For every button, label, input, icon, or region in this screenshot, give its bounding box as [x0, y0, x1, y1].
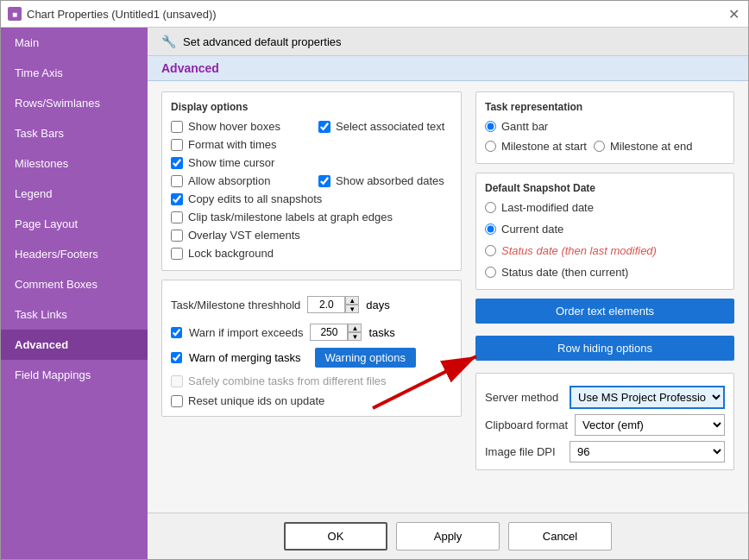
show-hover-boxes-checkbox[interactable]	[171, 121, 183, 133]
apply-button[interactable]: Apply	[396, 522, 500, 551]
current-date-radio[interactable]	[485, 223, 496, 235]
sidebar-item-field-mappings[interactable]: Field Mappings	[1, 360, 148, 390]
warn-import-arrows: ▲ ▼	[348, 324, 362, 341]
main-window: ■ Chart Properties (Untitled1 (unsaved))…	[0, 0, 749, 560]
sidebar-item-headers[interactable]: Headers/Footers	[1, 239, 148, 269]
overlay-vst-row: Overlay VST elements	[171, 227, 452, 243]
status-last-radio[interactable]	[485, 245, 496, 256]
close-button[interactable]: ✕	[726, 6, 741, 22]
ok-button[interactable]: OK	[284, 522, 387, 551]
server-section: Server method Use MS Project Professiona…	[475, 373, 734, 470]
copy-edits-label: Copy edits to all snapshots	[188, 192, 322, 205]
cancel-button[interactable]: Cancel	[508, 522, 612, 551]
warn-import-label: Warn if import exceeds	[189, 326, 303, 339]
dpi-row: Image file DPI 96 72 150 300	[485, 441, 725, 462]
clip-labels-checkbox[interactable]	[171, 211, 183, 223]
server-method-select[interactable]: Use MS Project Professional Other	[570, 386, 725, 409]
lock-background-checkbox[interactable]	[171, 248, 183, 260]
display-options-title: Display options	[171, 101, 452, 113]
section-title: Advanced	[161, 61, 219, 75]
threshold-input[interactable]	[307, 296, 345, 313]
content-area: Main Time Axis Rows/Swimlanes Task Bars …	[1, 28, 748, 559]
clip-labels-label: Clip task/milestone labels at graph edge…	[188, 211, 393, 223]
allow-absorption-row: Allow absorption	[171, 173, 305, 189]
sidebar-item-advanced[interactable]: Advanced	[1, 330, 148, 360]
gantt-bar-row: Gantt bar	[485, 118, 725, 135]
warning-options-button[interactable]: Warning options	[315, 348, 416, 368]
wrench-icon: 🔧	[161, 35, 176, 48]
row-hiding-button[interactable]: Row hiding options	[475, 336, 734, 361]
sidebar: Main Time Axis Rows/Swimlanes Task Bars …	[1, 28, 148, 559]
milestone-start-radio[interactable]	[485, 141, 496, 152]
show-time-cursor-label: Show time cursor	[188, 156, 274, 169]
threshold-section: Task/Milestone threshhold ▲ ▼ days	[161, 280, 462, 417]
show-absorbed-checkbox[interactable]	[318, 175, 330, 187]
show-time-cursor-checkbox[interactable]	[171, 157, 183, 169]
format-times-row: Format with times	[171, 136, 305, 153]
clipboard-label: Clipboard format	[485, 418, 568, 431]
sidebar-item-rows[interactable]: Rows/Swimlanes	[1, 88, 148, 118]
sidebar-item-page-layout[interactable]: Page Layout	[1, 209, 148, 239]
warn-import-down[interactable]: ▼	[348, 332, 362, 341]
sidebar-item-task-bars[interactable]: Task Bars	[1, 118, 148, 148]
last-modified-row: Last-modified date	[485, 199, 725, 216]
threshold-down-arrow[interactable]: ▼	[345, 305, 359, 313]
sidebar-item-task-links[interactable]: Task Links	[1, 299, 148, 330]
snapshot-title: Default Snapshot Date	[485, 182, 725, 194]
warn-import-checkbox[interactable]	[171, 327, 182, 338]
milestone-end-radio[interactable]	[594, 141, 605, 152]
overlay-vst-checkbox[interactable]	[171, 230, 183, 242]
warn-merge-label: Warn of merging tasks	[189, 351, 301, 364]
display-options-grid: Show hover boxes Select associated text …	[171, 118, 452, 261]
allow-absorption-checkbox[interactable]	[171, 175, 183, 187]
threshold-spinner: ▲ ▼	[307, 296, 359, 313]
reset-unique-row: Reset unique ids on update	[171, 393, 452, 409]
clip-labels-row: Clip task/milestone labels at graph edge…	[171, 209, 452, 225]
warn-merge-checkbox[interactable]	[171, 352, 182, 363]
warn-import-row: Warn if import exceeds ▲ ▼ tasks	[171, 322, 452, 343]
dpi-select[interactable]: 96 72 150 300	[570, 441, 725, 462]
threshold-unit: days	[366, 299, 389, 311]
select-associated-row: Select associated text	[318, 118, 452, 135]
task-rep-section: Task representation Gantt bar Milestone …	[475, 91, 734, 164]
window-title: Chart Properties (Untitled1 (unsaved))	[27, 8, 217, 21]
threshold-row: Task/Milestone threshhold ▲ ▼ days	[171, 294, 452, 315]
select-associated-checkbox[interactable]	[318, 121, 330, 133]
copy-edits-checkbox[interactable]	[171, 193, 183, 205]
clipboard-select[interactable]: Vector (emf) Bitmap	[575, 414, 725, 436]
format-times-label: Format with times	[188, 138, 277, 151]
warn-import-up[interactable]: ▲	[348, 324, 362, 332]
gantt-bar-radio[interactable]	[485, 121, 496, 132]
right-panel: Task representation Gantt bar Milestone …	[475, 91, 734, 502]
threshold-up-arrow[interactable]: ▲	[345, 296, 359, 305]
sidebar-item-legend[interactable]: Legend	[1, 179, 148, 209]
dpi-label: Image file DPI	[485, 445, 563, 458]
title-bar: ■ Chart Properties (Untitled1 (unsaved))…	[1, 1, 748, 28]
last-modified-radio[interactable]	[485, 202, 496, 213]
status-current-radio[interactable]	[485, 267, 496, 278]
sidebar-item-time-axis[interactable]: Time Axis	[1, 58, 148, 88]
warn-import-input[interactable]	[310, 324, 348, 341]
threshold-label: Task/Milestone threshhold	[171, 299, 300, 311]
snapshot-section: Default Snapshot Date Last-modified date…	[475, 173, 734, 290]
show-absorbed-row: Show absorbed dates	[318, 173, 452, 189]
last-modified-label: Last-modified date	[501, 201, 594, 214]
safely-combine-label: Safely combine tasks from different file…	[188, 374, 387, 387]
reset-unique-checkbox[interactable]	[171, 395, 183, 407]
server-method-label: Server method	[485, 391, 563, 404]
show-hover-boxes-row: Show hover boxes	[171, 118, 305, 135]
sidebar-item-main[interactable]: Main	[1, 28, 148, 58]
server-method-row: Server method Use MS Project Professiona…	[485, 386, 725, 409]
task-rep-title: Task representation	[485, 101, 725, 113]
sidebar-item-comment[interactable]: Comment Boxes	[1, 269, 148, 299]
main-panel: 🔧 Set advanced default properties Advanc…	[148, 28, 748, 559]
allow-absorption-label: Allow absorption	[188, 174, 270, 187]
order-text-button[interactable]: Order text elements	[475, 299, 734, 324]
lock-background-row: Lock background	[171, 245, 452, 261]
sidebar-item-milestones[interactable]: Milestones	[1, 148, 148, 179]
format-times-checkbox[interactable]	[171, 139, 183, 151]
safely-combine-checkbox[interactable]	[171, 375, 183, 387]
main-header: 🔧 Set advanced default properties	[148, 28, 748, 56]
left-panel: Display options Show hover boxes Select …	[161, 91, 462, 502]
clipboard-row: Clipboard format Vector (emf) Bitmap	[485, 414, 725, 436]
